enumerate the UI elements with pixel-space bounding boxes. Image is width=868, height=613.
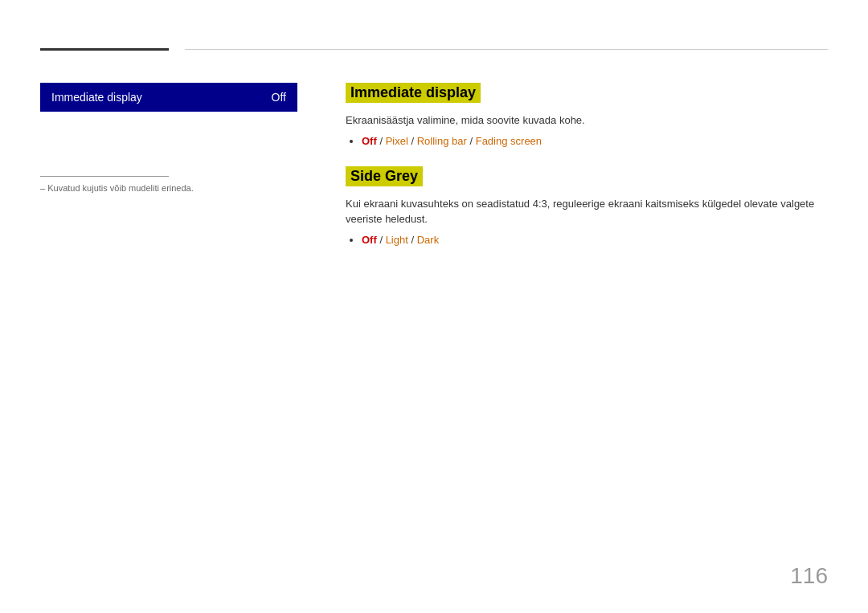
page-number: 116 bbox=[790, 563, 828, 589]
right-panel: Immediate display Ekraanisäästja valimin… bbox=[330, 83, 828, 265]
option-off-1[interactable]: Off bbox=[362, 135, 377, 147]
option-fading-screen[interactable]: Fading screen bbox=[476, 135, 542, 147]
option-off-2[interactable]: Off bbox=[362, 234, 377, 246]
left-panel: Immediate display Off – Kuvatud kujutis … bbox=[40, 83, 297, 265]
footnote-divider bbox=[40, 176, 169, 177]
page-container: Immediate display Off – Kuvatud kujutis … bbox=[0, 0, 868, 613]
section1-description: Ekraanisäästja valimine, mida soovite ku… bbox=[346, 112, 828, 129]
separator-1: / bbox=[379, 135, 385, 147]
main-layout: Immediate display Off – Kuvatud kujutis … bbox=[40, 83, 828, 265]
section-immediate-display: Immediate display Ekraanisäästja valimin… bbox=[346, 83, 828, 147]
top-line-right bbox=[185, 49, 828, 50]
section-side-grey: Side Grey Kui ekraani kuvasuhteks on sea… bbox=[346, 166, 828, 246]
option-dark[interactable]: Dark bbox=[417, 234, 439, 246]
section1-options-list: Off / Pixel / Rolling bar / Fading scree… bbox=[346, 135, 828, 147]
option-light[interactable]: Light bbox=[386, 234, 408, 246]
menu-item-label: Immediate display bbox=[51, 91, 142, 104]
section1-title: Immediate display bbox=[346, 83, 481, 103]
separator-5: / bbox=[411, 234, 416, 246]
menu-item-immediate-display[interactable]: Immediate display Off bbox=[40, 83, 297, 112]
section2-title: Side Grey bbox=[346, 166, 423, 186]
top-line-container bbox=[40, 48, 828, 51]
section2-description: Kui ekraani kuvasuhteks on seadistatud 4… bbox=[346, 196, 828, 227]
menu-item-value: Off bbox=[272, 91, 286, 104]
option-pixel[interactable]: Pixel bbox=[386, 135, 408, 147]
list-item: Off / Pixel / Rolling bar / Fading scree… bbox=[362, 135, 828, 147]
section2-options-list: Off / Light / Dark bbox=[346, 234, 828, 246]
separator-4: / bbox=[379, 234, 385, 246]
list-item: Off / Light / Dark bbox=[362, 234, 828, 246]
separator-2: / bbox=[411, 135, 416, 147]
option-rolling-bar[interactable]: Rolling bar bbox=[417, 135, 467, 147]
separator-3: / bbox=[469, 135, 475, 147]
top-line-left bbox=[40, 48, 169, 51]
footnote-text: – Kuvatud kujutis võib mudeliti erineda. bbox=[40, 183, 297, 193]
